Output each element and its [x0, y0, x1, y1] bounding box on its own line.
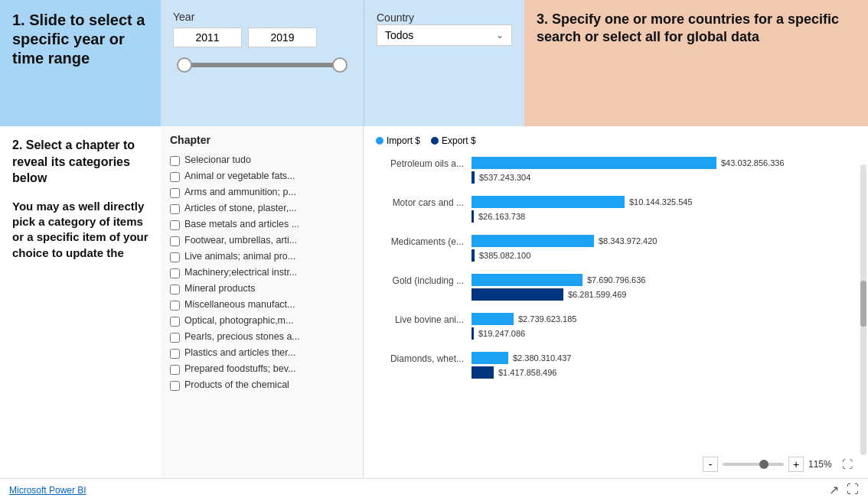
- expand-icon[interactable]: ⛶: [842, 458, 853, 470]
- zoom-minus-button[interactable]: -: [703, 457, 718, 472]
- chart-panel: Import $ Export $ Petroleum oils a...$43…: [364, 126, 868, 478]
- chapter-checkbox[interactable]: [170, 236, 180, 246]
- bars-container: $7.690.796.636$6.281.599.469: [472, 274, 856, 301]
- zoom-controls: - + 115% ⛶: [703, 457, 853, 472]
- chapter-item[interactable]: Prepared foodstuffs; bev...: [167, 361, 357, 377]
- export-value-label: $19.247.086: [478, 329, 525, 338]
- chapter-item-label: Optical, photographic,m...: [184, 315, 293, 326]
- export-bar: [472, 210, 474, 223]
- slider-thumb-left[interactable]: [177, 57, 192, 73]
- zoom-slider-thumb[interactable]: [759, 460, 768, 469]
- export-bar-row: $537.243.304: [472, 171, 856, 184]
- chapter-checkbox[interactable]: [170, 285, 180, 294]
- chapter-item[interactable]: Selecionar tudo: [167, 152, 357, 168]
- import-bar-row: $7.690.796.636: [472, 274, 856, 286]
- import-bar: [472, 196, 625, 208]
- country-select-value: Todos: [385, 29, 496, 41]
- slider-thumb-right[interactable]: [332, 57, 348, 73]
- chapter-item[interactable]: Products of the chemical: [167, 377, 357, 393]
- chapter-checkbox[interactable]: [170, 204, 180, 214]
- chapter-list: Selecionar tudoAnimal or vegetable fats.…: [167, 152, 357, 393]
- chapter-item[interactable]: Arms and ammunition; p...: [167, 184, 357, 200]
- chapter-item-label: Plastics and articles ther...: [184, 347, 295, 358]
- fullscreen-icon[interactable]: ⛶: [847, 483, 859, 497]
- powerbi-link[interactable]: Microsoft Power BI: [9, 485, 86, 496]
- scrollbar-thumb[interactable]: [860, 281, 866, 327]
- year-end-box[interactable]: 2019: [248, 28, 317, 47]
- chapter-checkbox[interactable]: [170, 188, 180, 198]
- chart-row-label: Motor cars and ...: [376, 196, 464, 208]
- chapter-checkbox[interactable]: [170, 156, 180, 166]
- chart-row: Diamonds, whet...$2.380.310.437$1.417.85…: [376, 352, 856, 379]
- zoom-slider-track[interactable]: [723, 463, 784, 466]
- bars-container: $10.144.325.545$26.163.738: [472, 196, 856, 223]
- chapter-checkbox[interactable]: [170, 220, 180, 230]
- chapter-item-label: Live animals; animal pro...: [184, 251, 295, 262]
- export-bar-row: $385.082.100: [472, 249, 856, 262]
- chart-row-label: Gold (including ...: [376, 274, 464, 286]
- export-value-label: $26.163.738: [478, 212, 525, 221]
- chapter-item-label: Mineral products: [184, 283, 255, 294]
- bars-container: $2.380.310.437$1.417.858.496: [472, 352, 856, 379]
- export-value-label: $1.417.858.496: [498, 368, 556, 377]
- export-bar: [472, 327, 474, 340]
- year-slider-track[interactable]: [181, 63, 344, 67]
- chapter-item[interactable]: Mineral products: [167, 281, 357, 297]
- panel-slide-year: 1. Slide to select a specific year or ti…: [0, 0, 161, 126]
- chapter-item-label: Footwear, umbrellas, arti...: [184, 235, 297, 246]
- chapter-item[interactable]: Plastics and articles ther...: [167, 345, 357, 361]
- chapter-item-label: Animal or vegetable fats...: [184, 171, 295, 181]
- chapter-checkbox[interactable]: [170, 301, 180, 311]
- import-label: Import $: [387, 135, 420, 146]
- year-label: Year: [173, 11, 351, 23]
- chapter-checkbox[interactable]: [170, 252, 180, 262]
- year-start-box[interactable]: 2011: [173, 28, 242, 47]
- chart-row-label: Medicaments (e...: [376, 235, 464, 247]
- chapter-item-label: Miscellaneous manufact...: [184, 299, 295, 310]
- import-value-label: $2.739.623.185: [518, 314, 576, 324]
- chapter-checkbox[interactable]: [170, 381, 180, 391]
- chapter-checkbox[interactable]: [170, 333, 180, 343]
- instruction-chapter: 2. Select a chapter to reveal its catego…: [12, 137, 148, 187]
- chapter-item[interactable]: Live animals; animal pro...: [167, 249, 357, 265]
- chapter-title: Chapter: [167, 134, 357, 146]
- zoom-plus-button[interactable]: +: [788, 457, 804, 472]
- chapter-item[interactable]: Footwear, umbrellas, arti...: [167, 233, 357, 249]
- chapter-panel: Chapter Selecionar tudoAnimal or vegetab…: [161, 126, 364, 478]
- chapter-checkbox[interactable]: [170, 349, 180, 359]
- export-value-label: $385.082.100: [479, 251, 530, 260]
- import-bar-row: $2.380.310.437: [472, 352, 856, 364]
- import-bar-row: $2.739.623.185: [472, 313, 856, 325]
- chapter-item[interactable]: Base metals and articles ...: [167, 216, 357, 233]
- chart-row: Gold (including ...$7.690.796.636$6.281.…: [376, 274, 856, 301]
- instruction-pick: You may as well directly pick a category…: [12, 199, 148, 261]
- panel-year-range: Year 2011 2019: [161, 0, 364, 126]
- chart-row-label: Diamonds, whet...: [376, 352, 464, 364]
- export-dot: [431, 137, 439, 145]
- chart-row: Petroleum oils a...$43.032.856.336$537.2…: [376, 157, 856, 184]
- chapter-item[interactable]: Pearls, precious stones a...: [167, 329, 357, 345]
- panel1-title: 1. Slide to select a specific year or ti…: [12, 11, 148, 68]
- share-icon[interactable]: ↗: [829, 483, 839, 497]
- import-dot: [376, 137, 383, 145]
- chapter-item[interactable]: Machinery;electrical instr...: [167, 265, 357, 281]
- left-instructions-panel: 2. Select a chapter to reveal its catego…: [0, 126, 161, 478]
- chart-row-label: Petroleum oils a...: [376, 157, 464, 169]
- chapter-item-label: Arms and ammunition; p...: [184, 187, 296, 197]
- chapter-item[interactable]: Articles of stone, plaster,...: [167, 200, 357, 216]
- chapter-checkbox[interactable]: [170, 317, 180, 327]
- chapter-item-label: Prepared foodstuffs; bev...: [184, 363, 295, 374]
- export-bar-row: $26.163.738: [472, 210, 856, 223]
- chapter-checkbox[interactable]: [170, 268, 180, 278]
- import-bar: [472, 313, 514, 325]
- scrollbar-right[interactable]: [860, 164, 866, 455]
- country-dropdown[interactable]: Todos ⌄: [377, 24, 512, 46]
- chapter-checkbox[interactable]: [170, 172, 180, 182]
- export-bar: [472, 366, 494, 379]
- footer-bar: Microsoft Power BI ↗ ⛶: [0, 478, 868, 501]
- chapter-item[interactable]: Optical, photographic,m...: [167, 313, 357, 329]
- chapter-item[interactable]: Miscellaneous manufact...: [167, 297, 357, 313]
- bars-container: $2.739.623.185$19.247.086: [472, 313, 856, 340]
- chapter-item[interactable]: Animal or vegetable fats...: [167, 168, 357, 184]
- chapter-checkbox[interactable]: [170, 365, 180, 375]
